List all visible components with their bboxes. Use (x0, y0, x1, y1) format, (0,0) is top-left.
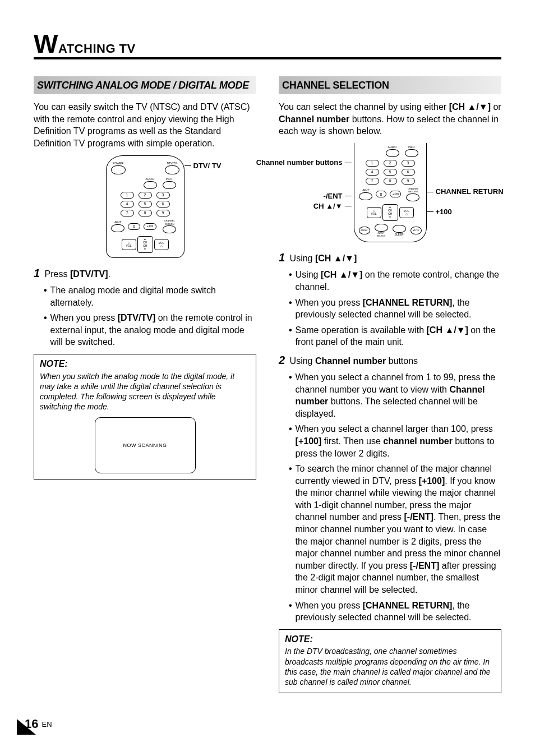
sleep-button-icon (393, 225, 406, 233)
remote-label-ent: -/ENT (114, 220, 121, 224)
num-3: 3 (156, 192, 170, 199)
right-step-2: 2 Using Channel number buttons (279, 353, 501, 368)
num-5: 5 (139, 201, 152, 208)
remote-figure-right: Channel number buttons -/ENT CH ▲/▼ AUDI… (279, 143, 501, 242)
callout-chnum: Channel number buttons (256, 159, 343, 167)
info-button-icon (163, 181, 176, 189)
callout-chav: CH ▲/▼ (313, 201, 343, 211)
num-1: 1 (121, 192, 134, 199)
audio-button-icon (386, 149, 399, 157)
ent-button-icon (111, 224, 124, 232)
left-step-1: 1 Press [DTV/TV]. (34, 266, 256, 281)
page-number: 16 EN (25, 717, 50, 731)
mute-button-icon: MUTE (411, 227, 422, 234)
vol-up-icon-r: VOL△ (399, 207, 414, 218)
vol-down-icon-r: ▽VOL (367, 207, 381, 218)
power-button-icon (111, 165, 126, 174)
remote-label-dtvtv: DTV/TV (167, 162, 177, 165)
plus100-button-icon: +100 (144, 223, 156, 230)
section-heading-channel: CHANNEL SELECTION (279, 76, 501, 94)
chreturn-button-icon-r (406, 193, 419, 201)
left-column: SWITCHING ANALOG MODE / DIGITAL MODE You… (34, 76, 256, 693)
r-s1-b1: • Using [CH ▲/▼] on the remote control, … (289, 269, 501, 293)
note-body: When you switch the analog mode to the d… (40, 371, 250, 412)
remote-label-chret: CHANNEL RETURN (160, 219, 179, 225)
section-heading-switching: SWITCHING ANALOG MODE / DIGITAL MODE (34, 76, 256, 94)
r-s1-b2: • When you press [CHANNEL RETURN], the p… (289, 297, 501, 321)
chapter-rest: ATCHING TV (58, 42, 136, 56)
callout-dtvtv: DTV/ TV (193, 161, 222, 171)
r-s1-b3: • Same operation is available with [CH ▲… (289, 324, 501, 348)
r-s2-b1: • When you select a channel from 1 to 99… (289, 371, 501, 420)
ch-mid-icon: ▲CHCH▼ (137, 236, 153, 253)
menu-button-icon: MENU (359, 227, 370, 234)
num-8: 8 (139, 210, 152, 216)
num-9: 9 (156, 210, 170, 216)
num-4: 4 (121, 201, 134, 208)
page-lang: EN (41, 720, 52, 729)
note-title: NOTE: (40, 358, 250, 370)
remote-numpad: 1 2 3 4 5 6 7 8 9 (121, 192, 170, 216)
step-number: 1 (34, 267, 40, 279)
left-bullet-1: •The analog mode and digital mode switch… (44, 284, 256, 308)
right-note: NOTE: In the DTV broadcasting, one chann… (279, 629, 501, 693)
remote-numpad-r: 123 456 789 (366, 160, 415, 185)
r-s2-b3: • To search the minor channel of the maj… (289, 463, 501, 596)
ch-mid-icon-r: ▲CHCH▼ (382, 204, 398, 221)
vol-down-icon: ▽VOL (122, 239, 136, 250)
now-scanning-text: NOW SCANNING (123, 442, 167, 449)
remote-figure-left: POWER DTV/TV AUDIO (34, 155, 256, 258)
right-note-title: NOTE: (285, 633, 495, 646)
page-number-value: 16 (25, 717, 38, 731)
right-note-body: In the DTV broadcasting, one channel som… (285, 646, 495, 687)
left-note: NOTE: When you switch the analog mode to… (34, 354, 256, 480)
remote-nav-block: ▽VOL ▲CHCH▼ VOL△ (122, 236, 169, 253)
dtvtv-button-icon (165, 165, 179, 174)
num-2: 2 (139, 192, 152, 199)
chreturn-button-icon (163, 225, 176, 233)
right-step-1: 1 Using [CH ▲/▼] (279, 250, 501, 265)
left-intro: You can easily switch the TV (NTSC) and … (34, 101, 256, 149)
plus100-button-icon-r: +100 (390, 191, 401, 197)
input-button-icon (375, 224, 388, 232)
vol-up-icon: VOL△ (154, 239, 169, 250)
now-scanning-box: NOW SCANNING (95, 417, 196, 473)
remote-label-audio: AUDIO (146, 177, 155, 181)
audio-button-icon (144, 181, 157, 189)
callout-chret: CHANNEL RETURN (436, 188, 504, 196)
r-s2-b2: • When you select a channel larger than … (289, 423, 501, 459)
chapter-big-letter: W (34, 29, 58, 58)
num-7: 7 (121, 210, 134, 216)
left-bullet-2: •When you press [DTV/TV] on the remote c… (44, 312, 256, 348)
callout-plus100: +100 (436, 207, 452, 217)
num-6: 6 (156, 201, 170, 208)
num-0: 0 (128, 223, 141, 230)
remote-label-power: POWER (113, 162, 123, 165)
remote-label-info: INFO (166, 177, 173, 181)
r-s2-b4: • When you press [CHANNEL RETURN], the p… (289, 600, 501, 624)
ent-button-icon-r (359, 192, 372, 200)
chapter-title: WATCHING TV (34, 34, 501, 59)
right-column: CHANNEL SELECTION You can select the cha… (279, 76, 501, 693)
info-button-icon (405, 149, 418, 157)
right-intro: You can select the channel by using eith… (279, 101, 501, 137)
callout-ent: -/ENT (324, 191, 343, 201)
